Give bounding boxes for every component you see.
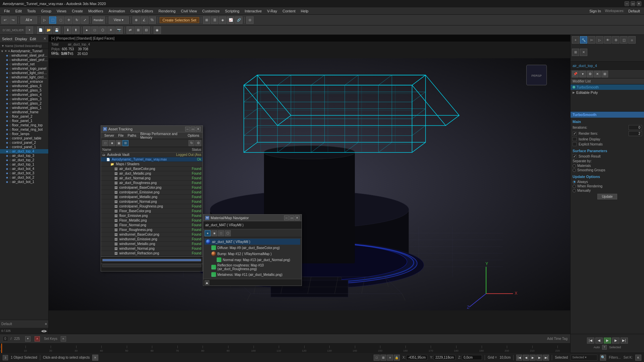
asset-list[interactable]: 🗂 Autodesk Vault Logged Out (Ass 📄 Aerod… — [101, 153, 203, 256]
layer-icon-10[interactable]: ◌ — [9, 98, 12, 101]
selected-dropdown[interactable]: Selected ▾ — [571, 355, 597, 361]
asset-row-10[interactable]: 🖼 controlpanel_Normal.png Found — [101, 199, 203, 204]
matnavtb-cylinder[interactable]: ⬡ — [225, 230, 231, 236]
menu-vray[interactable]: V-Ray — [264, 8, 280, 14]
layer-icon-27[interactable]: ◌ — [9, 172, 12, 175]
workspace-name[interactable]: Default — [626, 8, 643, 14]
layer-icon-12[interactable]: ◌ — [9, 106, 12, 110]
always-radio[interactable] — [573, 180, 576, 184]
status-icon[interactable]: 3 — [3, 355, 8, 360]
layer-icon-29[interactable]: ◌ — [9, 180, 12, 184]
cp-extra3[interactable]: ⊞ — [572, 49, 579, 56]
scene-item-29[interactable]: ◉ ◌ air_duct_bot_1 — [0, 180, 48, 184]
y-value[interactable]: 2229,118cm — [434, 355, 455, 360]
layer-icon-9[interactable]: ◌ — [9, 93, 12, 97]
isolate-selection[interactable]: ⊙ — [246, 16, 254, 24]
tb-sphere[interactable]: ● — [83, 26, 91, 34]
scene-item-4[interactable]: ◉ ◌ windtunnel_light_circle_tc — [0, 71, 48, 75]
asset-row-21[interactable]: 🖼 windtunnel_Refraction.png Found — [101, 251, 203, 256]
filters-label[interactable]: Filters... — [609, 356, 621, 359]
layer-icon-13[interactable]: ◌ — [9, 111, 12, 114]
vis-icon-8[interactable]: ◉ — [5, 89, 9, 92]
explicit-normals-checkbox[interactable] — [573, 142, 577, 146]
scene-item-0[interactable]: ◉ ◌ windtunnel_steel_profile_1 — [0, 53, 48, 58]
vis-icon-21[interactable]: ◉ — [5, 145, 9, 149]
asset-row-17[interactable]: 🖼 windtunnel_BaseColor.png Found — [101, 232, 203, 237]
menu-content[interactable]: Content — [280, 8, 298, 14]
z-value[interactable]: 0,0cm — [462, 355, 482, 360]
layer-icon-22[interactable]: ◌ — [9, 150, 12, 153]
matnavtb-flat[interactable]: ■ — [211, 230, 217, 236]
cancel-btn[interactable]: ✕ — [92, 355, 98, 361]
percent-snap[interactable]: % — [149, 16, 156, 24]
smoothing-groups-radio[interactable] — [573, 169, 576, 172]
scene-list[interactable]: ▼ 👁 ❄ Aerodynamic_Tunnel ◉ ◌ windtunnel_… — [0, 49, 48, 320]
vis-icon-29[interactable]: ◉ — [5, 180, 9, 184]
smooth-result-checkbox[interactable]: ✓ — [573, 154, 577, 158]
layer-icon-17[interactable]: ◌ — [9, 128, 12, 131]
view-dropdown[interactable]: View ▾ — [109, 16, 129, 24]
asset-tb-4[interactable]: ⊞ — [122, 140, 128, 146]
time-mode-btn[interactable]: T — [602, 345, 607, 350]
tb-named-selection[interactable]: ◉ — [154, 26, 161, 34]
material-editor[interactable]: ◈ — [219, 16, 226, 24]
cp-create-icon[interactable]: + — [572, 36, 579, 44]
vis-icon-11[interactable]: ◉ — [5, 102, 9, 105]
update-button[interactable]: Update — [597, 194, 617, 199]
mod-delete[interactable]: ✕ — [594, 71, 601, 77]
asset-row-13[interactable]: 🖼 floor_Emissive.png Found — [101, 214, 203, 218]
cp-modify-icon[interactable]: 🔧 — [580, 36, 587, 44]
x-value[interactable]: -4351,95cm — [406, 355, 427, 360]
modifier-stack[interactable]: TurboSmooth ▶ Editable Poly — [571, 84, 644, 111]
tb-align[interactable]: ⊟ — [143, 26, 150, 34]
select-tool[interactable]: ▷ — [41, 16, 48, 24]
cp-motion-icon[interactable]: ▷ — [596, 36, 603, 44]
vis-icon-16[interactable]: ◉ — [5, 124, 9, 127]
cp-hierarchy-icon[interactable]: ⊢ — [588, 36, 595, 44]
tb-light[interactable]: ☀ — [107, 26, 115, 34]
layer-icon-15[interactable]: ◌ — [9, 119, 12, 123]
layer-icon-20[interactable]: ◌ — [9, 141, 12, 144]
asset-row-0[interactable]: 🗂 Autodesk Vault Logged Out (Ass — [101, 153, 203, 157]
tb-save[interactable]: 💾 — [53, 26, 60, 34]
vis-icon-14[interactable]: ◉ — [5, 115, 9, 118]
menu-scripting[interactable]: Scripting — [222, 8, 242, 14]
menu-customize[interactable]: Customize — [200, 8, 222, 14]
scene-item-27[interactable]: ◉ ◌ air_duct_bot_3 — [0, 171, 48, 175]
rotate-tool[interactable]: ↻ — [73, 16, 80, 24]
cp-extra1[interactable]: ◫ — [620, 36, 628, 44]
asset-row-14[interactable]: 🖼 Floor_Metallic.png Found — [101, 218, 203, 223]
asset-close-btn[interactable]: ✕ — [196, 127, 201, 131]
tc-start-btn[interactable]: |◀ — [516, 355, 522, 361]
vis-icon-23[interactable]: ◉ — [5, 154, 9, 158]
tc-end-btn[interactable]: ▶| — [543, 355, 549, 361]
cp-extra4[interactable]: ✕ — [580, 49, 587, 56]
asset-tb-refresh[interactable]: ↻ — [189, 140, 195, 146]
mat-nav-scroll-btn[interactable]: ▲ — [205, 280, 209, 285]
track-view[interactable]: 📈 — [227, 16, 234, 24]
scene-item-1[interactable]: ◉ ◌ windtunnel_steel_profile_l — [0, 58, 48, 62]
viewport-mode2[interactable]: ⊞ — [380, 355, 386, 361]
create-selection-button[interactable]: Create Selection Set — [160, 17, 200, 23]
sign-in-button[interactable]: Sign In — [587, 8, 603, 14]
vis-icon-17[interactable]: ◉ — [5, 128, 9, 131]
menu-file[interactable]: File — [1, 8, 13, 14]
redo-button[interactable]: ↪ — [9, 16, 17, 24]
layer-icon-26[interactable]: ◌ — [9, 167, 12, 171]
vis-icon-20[interactable]: ◉ — [5, 141, 9, 144]
layer-icon-14[interactable]: ◌ — [9, 115, 12, 118]
menu-views[interactable]: Views — [54, 8, 69, 14]
tb-export[interactable]: ⬆ — [72, 26, 79, 34]
scene-item-6[interactable]: ◉ ◌ windtunnel_entrance — [0, 79, 48, 84]
minimize-button[interactable]: ─ — [625, 1, 629, 6]
cp-extra2[interactable]: ⌾ — [628, 36, 636, 44]
scene-item-28[interactable]: ◉ ◌ air_duct_bot_2 — [0, 175, 48, 180]
scene-item-14[interactable]: ◉ ◌ floor_panel_2 — [0, 114, 48, 119]
matnavtb-box[interactable]: □ — [218, 230, 224, 236]
menu-edit[interactable]: Edit — [13, 8, 24, 14]
manually-radio[interactable] — [573, 189, 576, 192]
tc-next-btn[interactable]: ▶ — [536, 355, 542, 361]
asset-row-19[interactable]: 🖼 windtunnel_Metallic.png Found — [101, 242, 203, 246]
vis-icon-15[interactable]: ◉ — [5, 119, 9, 123]
freeze-icon[interactable]: ❄ — [7, 50, 11, 53]
